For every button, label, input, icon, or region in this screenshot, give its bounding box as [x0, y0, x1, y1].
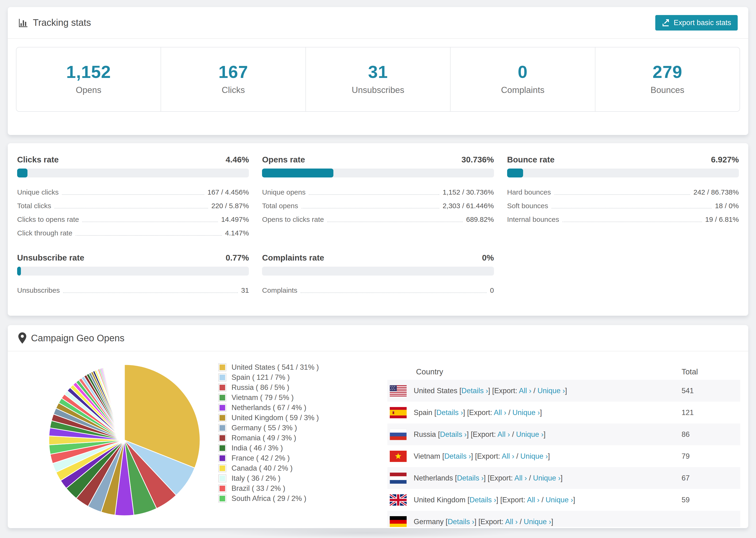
- legend-label: United Kingdom ( 59 / 3% ): [232, 413, 319, 422]
- rate-detail-rows: Unsubscribes 31: [17, 282, 249, 295]
- rate-detail-value: 14.497%: [221, 215, 249, 224]
- details-link[interactable]: Details ›: [440, 430, 467, 439]
- rate-detail-row: Clicks to opens rate 14.497%: [17, 211, 249, 224]
- details-link[interactable]: Details ›: [444, 452, 471, 460]
- geo-total-cell: 121: [681, 408, 740, 417]
- table-row: Vietnam [Details ›] [Export: All › / Uni…: [387, 445, 740, 467]
- rate-detail-label: Total clicks: [17, 202, 51, 211]
- export-unique-link[interactable]: Unique ›: [520, 452, 548, 460]
- details-link[interactable]: Details ›: [461, 387, 488, 395]
- country-name: United States: [414, 387, 458, 395]
- rate-detail-row: Total opens 2,303 / 61.446%: [262, 197, 494, 211]
- rate-detail-row: Soft bounces 18 / 0%: [507, 197, 739, 211]
- country-name: United Kingdom: [414, 496, 465, 504]
- rate-detail-value: 220 / 5.87%: [211, 202, 249, 211]
- rate-detail-value: 19 / 6.81%: [705, 215, 739, 224]
- legend-item: Netherlands ( 67 / 4% ): [218, 403, 319, 413]
- export-unique-link[interactable]: Unique ›: [524, 517, 551, 526]
- export-all-link[interactable]: All ›: [505, 517, 517, 526]
- legend-item: India ( 46 / 3% ): [218, 443, 319, 453]
- flag-nl-icon: [390, 472, 406, 484]
- tracking-stats-title: Tracking stats: [18, 17, 91, 28]
- geo-total-cell: 541: [681, 387, 740, 395]
- legend-item: Canada ( 40 / 2% ): [218, 463, 319, 473]
- legend-label: Germany ( 55 / 3% ): [232, 424, 297, 432]
- geo-country-cell: United States [Details ›] [Export: All ›…: [414, 387, 681, 395]
- export-button-label: Export basic stats: [674, 19, 731, 27]
- export-all-link[interactable]: All ›: [519, 387, 531, 395]
- slash-text: /: [507, 408, 513, 417]
- details-link[interactable]: Details ›: [436, 408, 463, 417]
- export-unique-link[interactable]: Unique ›: [512, 408, 540, 417]
- rate-progress-fill: [507, 169, 523, 178]
- rate-detail-value: 4.147%: [225, 229, 249, 238]
- export-all-link[interactable]: All ›: [498, 430, 510, 439]
- legend-color-swatch: [218, 444, 226, 452]
- export-unique-link[interactable]: Unique ›: [533, 474, 561, 482]
- summary-stat: 31 Unsubscribes: [305, 47, 450, 111]
- export-basic-stats-button[interactable]: Export basic stats: [655, 15, 738, 30]
- export-unique-link[interactable]: Unique ›: [516, 430, 544, 439]
- geo-opens-header: Campaign Geo Opens: [8, 325, 748, 351]
- export-all-link[interactable]: All ›: [514, 474, 527, 482]
- rate-card-head: Clicks rate 4.46%: [17, 155, 249, 165]
- legend-item: United States ( 541 / 31% ): [218, 362, 319, 372]
- details-link[interactable]: Details ›: [448, 517, 474, 526]
- slash-text: /: [514, 452, 520, 460]
- export-prefix-text: ] [Export:: [467, 430, 498, 439]
- dotted-leader: [327, 222, 463, 222]
- bracket-text: [: [436, 430, 440, 439]
- rate-detail-row: Unsubscribes 31: [17, 282, 249, 295]
- export-unique-link[interactable]: Unique ›: [546, 496, 573, 504]
- rate-progress-fill: [17, 267, 21, 276]
- rate-detail-label: Total opens: [262, 202, 298, 211]
- geo-opens-title-label: Campaign Geo Opens: [31, 333, 125, 344]
- rate-card-head: Unsubscribe rate 0.77%: [17, 253, 249, 263]
- export-icon: [662, 19, 670, 27]
- geo-country-cell: Netherlands [Details ›] [Export: All › /…: [414, 474, 681, 482]
- stat-label: Clicks: [161, 85, 305, 95]
- flag-gb-icon: [390, 494, 406, 506]
- legend-item: Germany ( 55 / 3% ): [218, 423, 319, 433]
- geo-country-cell: Spain [Details ›] [Export: All › / Uniqu…: [414, 408, 681, 417]
- summary-stat: 0 Complaints: [450, 47, 595, 111]
- export-unique-link[interactable]: Unique ›: [537, 387, 565, 395]
- details-link[interactable]: Details ›: [469, 496, 496, 504]
- legend-color-swatch: [218, 495, 226, 503]
- legend-color-swatch: [218, 454, 226, 462]
- export-prefix-text: ] [Export:: [484, 474, 514, 482]
- dotted-leader: [76, 235, 222, 236]
- legend-color-swatch: [218, 373, 226, 381]
- country-name: Spain: [414, 408, 432, 417]
- rate-detail-value: 18 / 0%: [715, 202, 739, 211]
- tracking-stats-card: Tracking stats Export basic stats 1,152 …: [8, 7, 748, 135]
- legend-color-swatch: [218, 394, 226, 402]
- rate-detail-label: Clicks to opens rate: [17, 215, 79, 224]
- legend-label: United States ( 541 / 31% ): [232, 363, 319, 372]
- rate-detail-rows: Unique clicks 167 / 4.456% Total clicks …: [17, 184, 249, 238]
- dotted-leader: [554, 194, 690, 195]
- rate-card: Complaints rate 0% Complaints 0: [262, 253, 494, 295]
- rate-progress-fill: [17, 169, 27, 178]
- export-prefix-text: ] [Export:: [471, 452, 502, 460]
- bar-chart-icon: [18, 18, 28, 28]
- bracket-close-text: ]: [544, 430, 546, 439]
- export-prefix-text: ] [Export:: [463, 408, 494, 417]
- summary-stat: 167 Clicks: [161, 47, 305, 111]
- rate-detail-row: Hard bounces 242 / 86.738%: [507, 184, 739, 197]
- slash-text: /: [510, 430, 516, 439]
- export-all-link[interactable]: All ›: [502, 452, 514, 460]
- geo-opens-card: Campaign Geo Opens United States ( 541 /…: [8, 325, 748, 528]
- details-link[interactable]: Details ›: [457, 474, 484, 482]
- legend-label: Spain ( 121 / 7% ): [232, 373, 290, 382]
- slash-text: /: [518, 517, 524, 526]
- geo-total-cell: 59: [681, 496, 740, 504]
- legend-label: Canada ( 40 / 2% ): [232, 464, 293, 472]
- rate-detail-row: Click through rate 4.147%: [17, 224, 249, 238]
- export-all-link[interactable]: All ›: [494, 408, 506, 417]
- rate-detail-label: Hard bounces: [507, 188, 551, 197]
- rate-detail-row: Unique opens 1,152 / 30.736%: [262, 184, 494, 197]
- rate-detail-value: 689.82%: [466, 215, 494, 224]
- export-all-link[interactable]: All ›: [527, 496, 539, 504]
- stat-label: Unsubscribes: [306, 85, 450, 95]
